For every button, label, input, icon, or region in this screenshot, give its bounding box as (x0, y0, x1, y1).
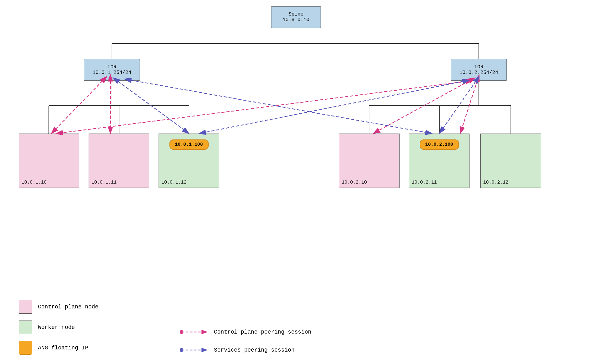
server-s3-ip: 10.0.1.12 (161, 180, 187, 185)
spine-ip: 10.8.0.10 (283, 17, 309, 23)
tor-left-ip: 10.0.1.254/24 (93, 70, 132, 75)
legend-control-peering: Control plane peering session (180, 327, 311, 337)
floating-ip-s5: 10.0.2.100 (419, 139, 459, 150)
svg-line-20 (373, 81, 469, 134)
tor-right-label: TOR (474, 64, 483, 70)
svg-line-25 (439, 81, 476, 134)
server-s1-ip: 10.0.1.10 (21, 180, 47, 185)
legend-services-peering-label: Services peering session (214, 347, 294, 353)
legend-worker: Worker node (19, 321, 98, 334)
server-node-s4: 10.0.2.10 (339, 134, 400, 188)
legend-arrows: Control plane peering session Services p… (180, 327, 311, 355)
spine-label: Spine (289, 11, 303, 17)
legend: Control plane node Worker node ANG float… (19, 300, 98, 355)
svg-line-22 (56, 81, 466, 134)
server-s4-ip: 10.0.2.10 (342, 180, 367, 185)
server-s6-ip: 10.0.2.12 (483, 180, 508, 185)
legend-services-peering: Services peering session (180, 345, 311, 355)
svg-line-23 (118, 81, 189, 134)
legend-floating-ip: ANG floating IP (19, 341, 98, 355)
diagram-container: Spine 10.8.0.10 TOR 10.0.1.254/24 TOR 10… (0, 0, 592, 364)
legend-floating-ip-box (19, 341, 32, 355)
legend-control-plane-box (19, 300, 32, 314)
legend-control-peering-arrow (180, 327, 208, 337)
legend-services-peering-arrow (180, 345, 208, 355)
server-node-s2: 10.0.1.11 (89, 134, 149, 188)
server-s2-ip: 10.0.1.11 (91, 180, 117, 185)
tor-left-label: TOR (108, 64, 117, 70)
legend-control-plane: Control plane node (19, 300, 98, 314)
server-node-s5: 10.0.2.100 10.0.2.11 (409, 134, 469, 188)
server-node-s1: 10.0.1.10 (19, 134, 79, 188)
floating-ip-s3: 10.0.1.100 (169, 139, 208, 150)
server-node-s3: 10.0.1.100 10.0.1.12 (159, 134, 219, 188)
server-node-s6: 10.0.2.12 (480, 134, 541, 188)
svg-line-21 (460, 81, 477, 134)
svg-line-26 (199, 81, 463, 134)
tor-right-ip: 10.0.2.254/24 (460, 70, 498, 75)
svg-line-18 (51, 81, 103, 134)
legend-control-peering-label: Control plane peering session (214, 329, 311, 335)
spine-node: Spine 10.8.0.10 (271, 6, 321, 28)
legend-control-plane-label: Control plane node (38, 304, 98, 310)
diagram-area: Spine 10.8.0.10 TOR 10.0.1.254/24 TOR 10… (0, 0, 592, 280)
tor-left-node: TOR 10.0.1.254/24 (84, 59, 140, 81)
legend-worker-box (19, 321, 32, 334)
legend-worker-label: Worker node (38, 324, 75, 330)
tor-right-node: TOR 10.0.2.254/24 (451, 59, 507, 81)
legend-floating-ip-label: ANG floating IP (38, 345, 88, 351)
server-s5-ip: 10.0.2.11 (412, 180, 437, 185)
svg-line-24 (131, 80, 432, 134)
